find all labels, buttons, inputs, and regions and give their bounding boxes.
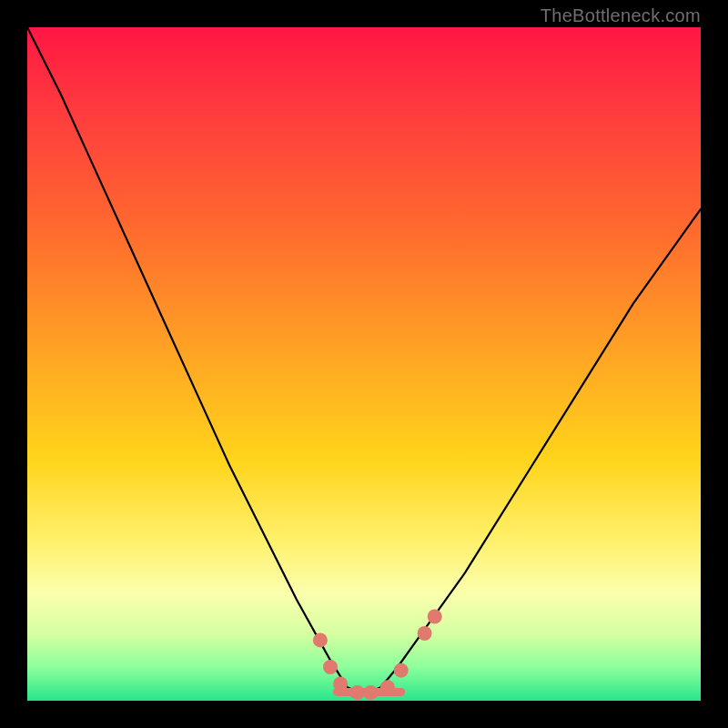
valley-marker — [350, 685, 365, 700]
valley-marker — [394, 663, 409, 678]
curve-svg — [27, 27, 701, 701]
valley-marker — [323, 660, 338, 674]
valley-marker — [313, 632, 328, 647]
watermark-text: TheBottleneck.com — [27, 5, 701, 26]
valley-marker — [380, 680, 395, 694]
valley-marker — [333, 677, 348, 692]
chart-frame: TheBottleneck.com — [0, 0, 728, 728]
plot-area — [27, 27, 701, 701]
valley-marker — [363, 685, 378, 700]
valley-marker — [428, 610, 442, 624]
valley-marker — [418, 626, 432, 641]
bottleneck-curve — [27, 27, 701, 694]
valley-markers — [313, 610, 442, 701]
